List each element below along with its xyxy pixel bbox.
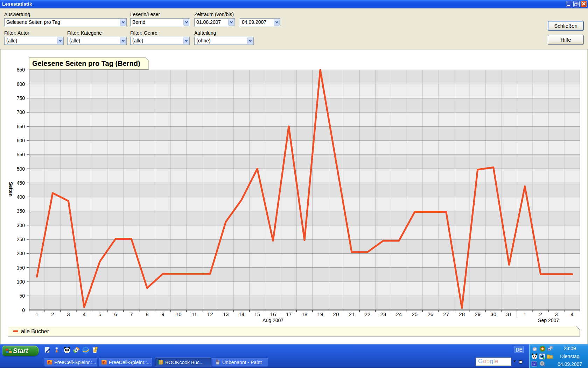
svg-text:17: 17: [286, 311, 292, 317]
svg-text:6: 6: [114, 311, 117, 317]
svg-text:12: 12: [207, 311, 213, 317]
svg-text:Aug 2007: Aug 2007: [262, 318, 284, 323]
svg-text:16: 16: [270, 311, 276, 317]
svg-text:5: 5: [98, 311, 101, 317]
svg-text:8: 8: [146, 311, 148, 317]
svg-text:600: 600: [17, 138, 25, 143]
svg-text:25: 25: [412, 311, 418, 317]
svg-text:18: 18: [302, 311, 308, 317]
svg-text:19: 19: [317, 311, 323, 317]
svg-text:30: 30: [490, 311, 496, 317]
svg-text:23: 23: [380, 311, 386, 317]
svg-text:4: 4: [570, 311, 573, 317]
svg-text:350: 350: [17, 208, 25, 214]
svg-text:31: 31: [506, 311, 512, 317]
svg-text:550: 550: [17, 152, 25, 157]
svg-text:1: 1: [35, 311, 38, 317]
svg-text:0: 0: [22, 307, 25, 313]
svg-text:Gelesene Seiten pro Tag (Bernd: Gelesene Seiten pro Tag (Bernd): [32, 60, 140, 67]
svg-text:150: 150: [17, 265, 25, 271]
svg-text:800: 800: [17, 81, 25, 87]
svg-text:Seiten: Seiten: [8, 182, 14, 197]
svg-text:11: 11: [191, 311, 197, 317]
svg-text:850: 850: [17, 67, 25, 73]
svg-text:450: 450: [17, 180, 25, 186]
svg-text:27: 27: [443, 311, 449, 317]
svg-text:Sep 2007: Sep 2007: [538, 318, 559, 323]
svg-text:700: 700: [17, 109, 25, 115]
svg-text:300: 300: [17, 223, 25, 228]
svg-text:24: 24: [396, 311, 402, 317]
svg-text:29: 29: [475, 311, 481, 317]
svg-text:4: 4: [83, 311, 85, 317]
svg-text:22: 22: [365, 311, 371, 317]
svg-text:500: 500: [17, 166, 25, 172]
svg-text:1: 1: [523, 311, 526, 317]
svg-text:7: 7: [130, 311, 133, 317]
svg-text:750: 750: [17, 95, 25, 101]
svg-text:3: 3: [555, 311, 558, 317]
svg-text:400: 400: [17, 194, 25, 200]
svg-text:2: 2: [51, 311, 54, 317]
svg-text:250: 250: [17, 237, 25, 242]
svg-text:9: 9: [161, 311, 164, 317]
svg-text:21: 21: [349, 311, 355, 317]
svg-text:20: 20: [333, 311, 339, 317]
svg-text:28: 28: [459, 311, 465, 317]
svg-text:50: 50: [19, 293, 25, 299]
svg-text:15: 15: [254, 311, 260, 317]
svg-text:alle Bücher: alle Bücher: [21, 328, 49, 334]
svg-text:2: 2: [539, 311, 542, 317]
svg-text:10: 10: [176, 311, 182, 317]
svg-text:13: 13: [223, 311, 229, 317]
svg-text:14: 14: [239, 311, 245, 317]
svg-text:3: 3: [67, 311, 70, 317]
svg-text:100: 100: [17, 279, 25, 285]
svg-text:650: 650: [17, 124, 25, 129]
svg-text:26: 26: [427, 311, 433, 317]
svg-text:200: 200: [17, 251, 25, 256]
